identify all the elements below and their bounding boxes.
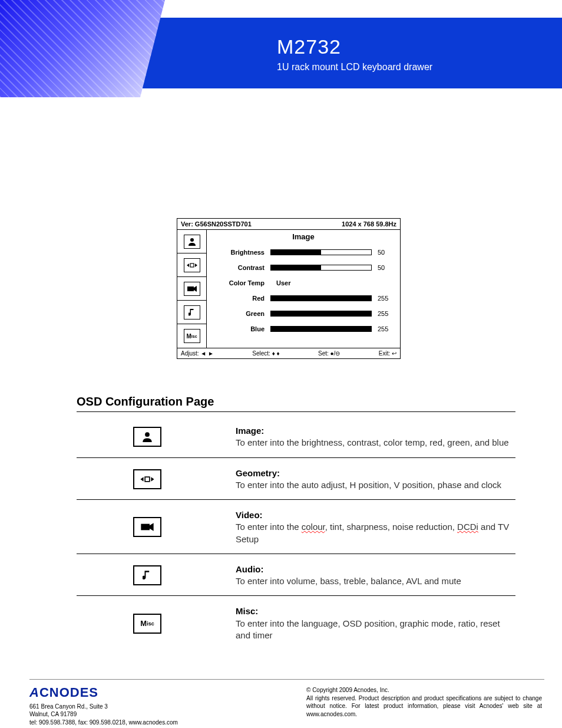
music-note-icon — [184, 305, 200, 319]
config-rows: Image: To enter into the brightness, con… — [77, 416, 515, 650]
row-icon-cell — [77, 427, 218, 447]
camera-icon — [133, 517, 161, 537]
osd-hint-set: Set: ●/⊖ — [318, 350, 340, 357]
section-divider — [77, 411, 515, 412]
row-title: Image: — [236, 426, 264, 436]
row-desc: To enter into the auto adjust, H positio… — [236, 480, 501, 490]
footer-addr1: 661 Brea Canyon Rd., Suite 3 — [29, 703, 178, 711]
osd-hint-exit: Exit: ↩ — [379, 350, 396, 357]
colortemp-value: User — [270, 279, 290, 286]
section-title: OSD Configuration Page — [77, 395, 214, 409]
osd-tab-video[interactable] — [177, 277, 207, 301]
header-photo — [0, 0, 165, 97]
footer-addr3: tel: 909.598.7388, fax: 909.598.0218, ww… — [29, 719, 178, 727]
row-title: Video: — [236, 510, 263, 520]
row-geometry: Geometry: To enter into the auto adjust,… — [77, 458, 515, 500]
osd-tab-column: Misc — [177, 230, 207, 348]
page-header: M2732 1U rack mount LCD keyboard drawer — [0, 0, 562, 97]
camera-icon — [184, 282, 200, 296]
row-text: Video: To enter into the colour, tint, s… — [236, 509, 515, 545]
osd-hint-adjust: Adjust: ◄ ► — [181, 350, 214, 357]
osd-row-contrast: Contrast 50 — [211, 260, 395, 275]
osd-content-panel: Image Brightness 50 Contrast 50 Color Te… — [207, 230, 400, 348]
osd-label: Green — [211, 310, 265, 317]
osd-hint-select: Select: ♦ ♦ — [252, 350, 279, 357]
svg-rect-5 — [141, 524, 150, 531]
osd-row-brightness: Brightness 50 — [211, 245, 395, 260]
svg-rect-2 — [187, 286, 194, 291]
red-value: 255 — [378, 295, 395, 302]
osd-row-colortemp: Color Temp User — [211, 275, 395, 291]
row-desc: To enter into the brightness, contrast, … — [236, 437, 509, 447]
page-footer: ACNODES 661 Brea Canyon Rd., Suite 3 Wal… — [29, 684, 542, 726]
osd-row-blue: Blue 255 — [211, 321, 395, 337]
brightness-value: 50 — [378, 249, 395, 256]
green-value: 255 — [378, 310, 395, 317]
svg-point-3 — [145, 433, 150, 437]
osd-label: Red — [211, 295, 265, 302]
osd-label: Contrast — [211, 264, 265, 271]
osd-panel-title: Image — [211, 232, 395, 241]
osd-row-green: Green 255 — [211, 306, 395, 321]
row-audio: Audio: To enter into volume, bass, trebl… — [77, 554, 515, 597]
row-text: Audio: To enter into volume, bass, trebl… — [236, 564, 515, 588]
arrows-icon — [133, 469, 161, 489]
logo-text: CNODES — [39, 685, 98, 700]
footer-left: ACNODES 661 Brea Canyon Rd., Suite 3 Wal… — [29, 684, 178, 726]
blue-slider[interactable] — [270, 326, 372, 332]
osd-top-bar: Ver: G56SN20SSTD701 1024 x 768 59.8Hz — [177, 219, 400, 230]
row-misc: Misc Misc: To enter into the language, O… — [77, 596, 515, 650]
osd-version: Ver: G56SN20SSTD701 — [181, 220, 252, 228]
contrast-value: 50 — [378, 264, 395, 271]
red-slider[interactable] — [270, 295, 372, 301]
person-icon — [133, 427, 161, 447]
osd-screenshot: Ver: G56SN20SSTD701 1024 x 768 59.8Hz — [177, 218, 401, 359]
person-icon — [184, 235, 200, 249]
row-text: Geometry: To enter into the auto adjust,… — [236, 467, 515, 492]
row-desc-part: To enter into the — [236, 522, 302, 532]
model-number: M2732 — [277, 35, 432, 58]
row-icon-cell — [77, 565, 218, 585]
footer-legal: All rights reserved. Product description… — [306, 694, 542, 719]
brightness-slider[interactable] — [270, 249, 372, 255]
blue-value: 255 — [378, 325, 395, 332]
contrast-slider[interactable] — [270, 265, 372, 271]
music-note-icon — [133, 565, 161, 585]
spellcheck-word: colour — [302, 522, 325, 532]
footer-copyright: © Copyright 2009 Acnodes, Inc. — [306, 686, 542, 694]
svg-rect-4 — [145, 477, 150, 482]
osd-tab-misc[interactable]: Misc — [177, 324, 207, 348]
row-title: Misc: — [236, 606, 258, 616]
osd-resolution: 1024 x 768 59.8Hz — [342, 220, 396, 228]
spellcheck-word: DCDi — [457, 522, 478, 532]
osd-row-red: Red 255 — [211, 291, 395, 306]
row-title: Geometry: — [236, 468, 280, 478]
footer-addr2: Walnut, CA 91789 — [29, 710, 178, 719]
row-icon-cell: Misc — [77, 614, 218, 634]
misc-icon: Misc — [133, 614, 161, 634]
row-desc-part: , tint, sharpness, noise reduction, — [325, 522, 457, 532]
footer-right: © Copyright 2009 Acnodes, Inc. All right… — [306, 684, 542, 726]
footer-divider — [29, 679, 544, 680]
row-desc: To enter into the language, OSD position… — [236, 618, 500, 640]
svg-rect-1 — [190, 263, 194, 267]
row-text: Misc: To enter into the language, OSD po… — [236, 605, 515, 641]
row-icon-cell — [77, 469, 218, 489]
misc-icon: Misc — [184, 329, 200, 343]
osd-tab-audio[interactable] — [177, 301, 207, 324]
osd-tab-geometry[interactable] — [177, 253, 207, 277]
osd-tab-image[interactable] — [177, 230, 207, 253]
green-slider[interactable] — [270, 311, 372, 317]
row-desc: To enter into volume, bass, treble, bala… — [236, 576, 461, 586]
row-title: Audio: — [236, 564, 263, 574]
row-icon-cell — [77, 517, 218, 537]
row-text: Image: To enter into the brightness, con… — [236, 425, 515, 449]
osd-label: Blue — [211, 325, 265, 332]
company-logo: ACNODES — [29, 684, 178, 701]
arrows-icon — [184, 258, 200, 272]
header-title-block: M2732 1U rack mount LCD keyboard drawer — [277, 35, 432, 73]
osd-footer: Adjust: ◄ ► Select: ♦ ♦ Set: ●/⊖ Exit: ↩ — [177, 348, 400, 358]
svg-point-0 — [190, 238, 194, 242]
model-subtitle: 1U rack mount LCD keyboard drawer — [277, 62, 432, 73]
osd-label: Color Temp — [211, 279, 265, 286]
